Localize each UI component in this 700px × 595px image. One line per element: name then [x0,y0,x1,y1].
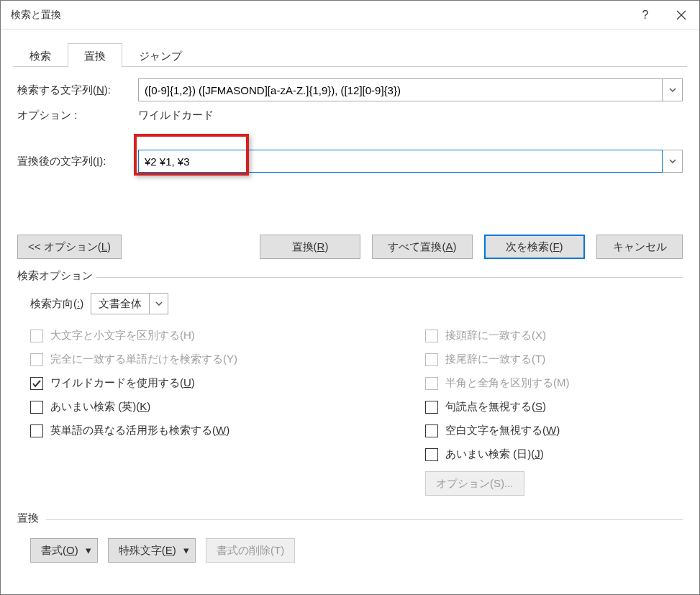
direction-value: 文書全体 [91,293,150,314]
find-next-button[interactable]: 次を検索(F) [484,235,585,259]
dialog-title: 検索と置換 [11,9,627,22]
find-input[interactable] [138,78,663,101]
replace-section-title: 置換 [17,512,683,528]
check-wildcards[interactable]: ワイルドカードを使用する(U) [30,376,425,390]
direction-select[interactable]: 文書全体 [91,293,168,314]
close-button[interactable] [663,1,699,29]
direction-label: 検索方向(:) [30,297,83,311]
search-options-title: 検索オプション [17,269,683,286]
check-prefix: 接頭辞に一致する(X) [425,329,670,342]
cancel-button[interactable]: キャンセル [596,235,683,259]
check-fuzzy-jp[interactable]: あいまい検索 (日)(J) [425,448,670,461]
format-button[interactable]: 書式(O) ▾ [30,538,98,563]
replace-combo [138,150,683,173]
special-button[interactable]: 特殊文字(E) ▾ [108,538,196,563]
direction-dropdown-icon [150,293,168,314]
find-combo [138,78,683,101]
replace-input[interactable] [138,150,663,173]
find-dropdown[interactable] [663,78,683,101]
check-match-case: 大文字と小文字を区別する(H) [30,329,425,342]
options-s-button: オプション(S)... [425,471,524,496]
titlebar: 検索と置換 ? [1,1,699,29]
check-fuzzy-en[interactable]: あいまい検索 (英)(K) [30,400,425,414]
options-value: ワイルドカード [138,109,214,122]
tab-search[interactable]: 検索 [13,43,68,68]
check-whole-word: 完全に一致する単語だけを検索する(Y) [30,353,425,366]
check-ignore-whitespace[interactable]: 空白文字を無視する(W) [425,424,670,437]
check-suffix: 接尾辞に一致する(T) [425,353,670,366]
check-ignore-punct[interactable]: 句読点を無視する(S) [425,400,670,414]
options-label: オプション : [17,109,138,122]
replace-button[interactable]: 置換(R) [260,235,360,259]
clear-format-button: 書式の削除(T) [206,538,295,563]
replace-label: 置換後の文字列(I): [17,155,138,168]
check-wordforms[interactable]: 英単語の異なる活用形も検索する(W) [30,424,425,437]
less-options-button[interactable]: << オプション(L) [17,235,122,259]
tab-bar: 検索 置換 ジャンプ [13,42,687,67]
tab-replace[interactable]: 置換 [68,43,122,68]
check-halfwidth: 半角と全角を区別する(M) [425,376,670,390]
help-button[interactable]: ? [627,1,663,29]
tab-jump[interactable]: ジャンプ [122,43,199,68]
find-label: 検索する文字列(N): [17,83,138,97]
replace-all-button[interactable]: すべて置換(A) [372,235,473,259]
replace-dropdown[interactable] [663,150,683,173]
